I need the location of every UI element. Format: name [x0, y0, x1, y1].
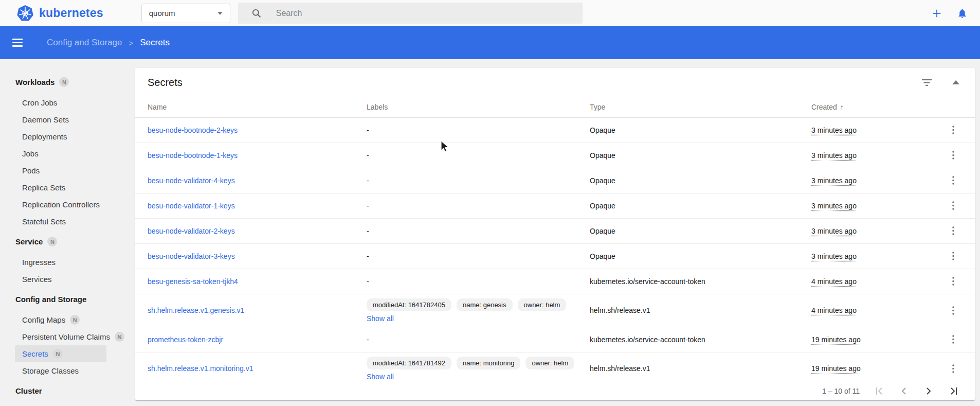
card-title: Secrets — [148, 77, 183, 89]
sidebar-section-cluster: Cluster — [0, 382, 135, 399]
secret-name-link[interactable]: besu-node-validator-4-keys — [148, 176, 235, 185]
created-cell: 3 minutes ago — [811, 252, 857, 260]
last-page-icon[interactable] — [941, 382, 966, 400]
kubernetes-helm-icon — [16, 5, 34, 22]
namespaced-badge: N — [53, 349, 63, 359]
sidebar-item-cluster-role-bindings[interactable]: Cluster Role Bindings — [0, 403, 135, 406]
filter-icon[interactable] — [922, 79, 932, 86]
type-cell: kubernetes.io/service-account-token — [590, 327, 811, 352]
table-row: sh.helm.release.v1.monitoring.v1 modifie… — [135, 352, 975, 385]
sidebar-item-config-maps[interactable]: Config Maps N — [0, 311, 135, 328]
namespace-selector[interactable]: quorum — [141, 4, 230, 23]
namespaced-badge: N — [47, 237, 57, 246]
sidebar-item-ingresses[interactable]: Ingresses — [0, 254, 135, 271]
table-header-row: Name Labels Type Created↑ — [135, 97, 975, 117]
sidebar-item-stateful-sets[interactable]: Stateful Sets — [0, 213, 135, 230]
label-chip: owner: helm — [518, 298, 567, 311]
next-page-icon[interactable] — [916, 382, 941, 400]
namespaced-badge: N — [59, 77, 69, 87]
sidebar-item-deployments[interactable]: Deployments — [0, 128, 135, 145]
secret-name-link[interactable]: besu-genesis-sa-token-tjkh4 — [148, 277, 238, 286]
secret-name-link[interactable]: sh.helm.release.v1.genesis.v1 — [148, 306, 244, 314]
secret-name-link[interactable]: besu-node-validator-3-keys — [148, 252, 235, 260]
table-row: besu-node-bootnode-2-keys - Opaque 3 min… — [135, 117, 975, 143]
type-cell: Opaque — [590, 243, 811, 269]
topbar-actions — [931, 8, 968, 19]
sidebar-item-replication-controllers[interactable]: Replication Controllers — [0, 196, 135, 213]
row-actions-kebab-icon[interactable] — [944, 301, 963, 320]
row-actions-kebab-icon[interactable] — [944, 197, 963, 215]
row-actions-kebab-icon[interactable] — [944, 359, 963, 378]
created-cell: 3 minutes ago — [811, 202, 857, 210]
type-cell: Opaque — [590, 193, 811, 218]
created-cell: 4 minutes ago — [811, 306, 857, 314]
create-resource-button[interactable] — [931, 8, 942, 19]
labels-cell: - — [367, 193, 590, 218]
table-row: besu-node-validator-2-keys - Opaque 3 mi… — [135, 218, 975, 243]
row-actions-kebab-icon[interactable] — [944, 247, 963, 266]
secret-name-link[interactable]: besu-node-validator-2-keys — [148, 227, 235, 235]
secret-name-link[interactable]: besu-node-bootnode-2-keys — [148, 126, 238, 134]
collapse-card-icon[interactable] — [952, 80, 959, 84]
table-row: besu-genesis-sa-token-tjkh4 - kubernetes… — [135, 269, 975, 294]
type-cell: Opaque — [590, 117, 811, 143]
secret-name-link[interactable]: prometheus-token-zcbjr — [148, 336, 223, 344]
sidebar-item-persistent-volume-claims[interactable]: Persistent Volume Claims N — [0, 328, 135, 345]
labels-cell: modifiedAt: 1641782405 name: genesis own… — [367, 294, 590, 327]
sidebar-item-daemon-sets[interactable]: Daemon Sets — [0, 111, 135, 128]
namespaced-badge: N — [115, 332, 124, 342]
labels-cell: modifiedAt: 1641781492 name: monitoring … — [367, 352, 590, 385]
label-chip: owner: helm — [525, 357, 574, 369]
sidebar-item-storage-classes[interactable]: Storage Classes — [0, 362, 135, 379]
label-chip: name: genesis — [457, 298, 513, 311]
show-all-labels-link[interactable]: Show all — [367, 314, 590, 323]
labels-cell: - — [367, 218, 590, 243]
labels-cell: - — [367, 117, 590, 143]
table-row: besu-node-bootnode-1-keys - Opaque 3 min… — [135, 143, 975, 168]
sidebar-item-jobs[interactable]: Jobs — [0, 145, 135, 162]
kubernetes-logo[interactable]: kubernetes — [16, 5, 103, 22]
notifications-bell-button[interactable] — [957, 8, 968, 19]
column-header-name[interactable]: Name — [135, 97, 367, 117]
search-input[interactable] — [275, 8, 583, 19]
label-chip: name: monitoring — [457, 357, 520, 369]
sidebar-item-replica-sets[interactable]: Replica Sets — [0, 179, 135, 196]
row-actions-kebab-icon[interactable] — [944, 330, 963, 349]
row-actions-kebab-icon[interactable] — [944, 222, 963, 240]
row-actions-kebab-icon[interactable] — [944, 121, 963, 139]
sidebar-item-pods[interactable]: Pods — [0, 162, 135, 179]
menu-hamburger-icon[interactable] — [12, 39, 23, 46]
secret-name-link[interactable]: besu-node-bootnode-1-keys — [148, 151, 238, 160]
column-header-labels[interactable]: Labels — [367, 97, 590, 117]
sidebar-section-workloads: Workloads N — [0, 74, 135, 91]
search-bar[interactable] — [238, 3, 583, 24]
breadcrumb-parent-link[interactable]: Config and Storage — [47, 38, 122, 48]
secret-name-link[interactable]: sh.helm.release.v1.monitoring.v1 — [148, 364, 253, 373]
label-chip: modifiedAt: 1641781492 — [367, 357, 451, 369]
row-actions-kebab-icon[interactable] — [944, 272, 963, 291]
sidebar-nav: Workloads N Cron Jobs Daemon Sets Deploy… — [0, 59, 135, 406]
created-cell: 3 minutes ago — [811, 151, 857, 160]
sidebar-item-secrets[interactable]: Secrets N — [15, 345, 106, 362]
chevron-down-icon — [217, 12, 223, 15]
created-cell: 19 minutes ago — [811, 336, 861, 344]
sidebar-item-cron-jobs[interactable]: Cron Jobs — [0, 94, 135, 111]
row-actions-kebab-icon[interactable] — [944, 146, 963, 165]
sort-ascending-icon: ↑ — [840, 103, 844, 111]
sidebar-item-services[interactable]: Services — [0, 271, 135, 288]
column-header-created[interactable]: Created↑ — [811, 97, 944, 117]
created-cell: 3 minutes ago — [811, 227, 857, 235]
labels-cell: - — [367, 269, 590, 294]
top-bar: kubernetes quorum — [0, 0, 980, 26]
table-row: besu-node-validator-4-keys - Opaque 3 mi… — [135, 168, 975, 193]
column-header-type[interactable]: Type — [590, 97, 811, 117]
labels-cell: - — [367, 327, 590, 352]
secret-name-link[interactable]: besu-node-validator-1-keys — [148, 202, 235, 210]
namespaced-badge: N — [70, 315, 80, 325]
breadcrumb-bar: Config and Storage > Secrets — [0, 26, 980, 59]
show-all-labels-link[interactable]: Show all — [367, 373, 590, 381]
pagination-range: 1 – 10 of 11 — [822, 387, 860, 395]
labels-cell: - — [367, 143, 590, 168]
label-chip: modifiedAt: 1641782405 — [367, 298, 451, 311]
row-actions-kebab-icon[interactable] — [944, 171, 963, 190]
